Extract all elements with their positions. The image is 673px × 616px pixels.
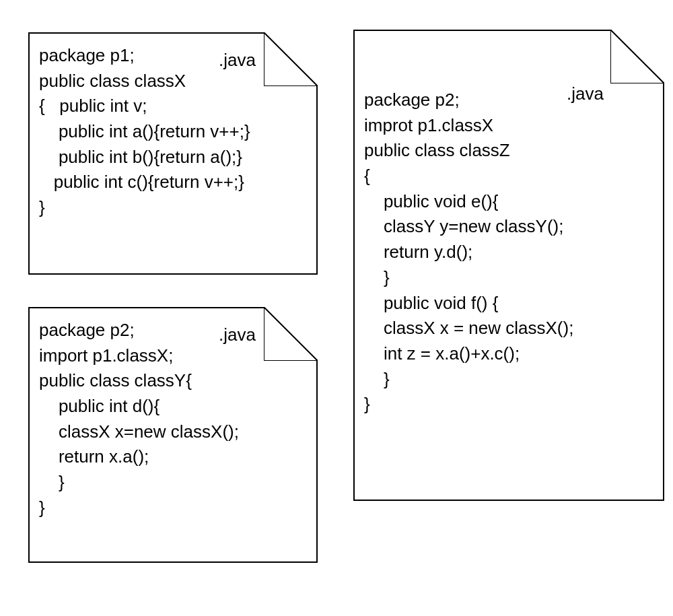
diagram-canvas: .java package p1; public class classX { … xyxy=(13,13,673,616)
code-block: package p2; improt p1.classX public clas… xyxy=(364,88,653,417)
file-classX: .java package p1; public class classX { … xyxy=(28,32,318,275)
file-classZ: .java package p2; improt p1.classX publi… xyxy=(353,30,664,501)
file-classY: .java package p2; import p1.classX; publ… xyxy=(28,307,318,563)
